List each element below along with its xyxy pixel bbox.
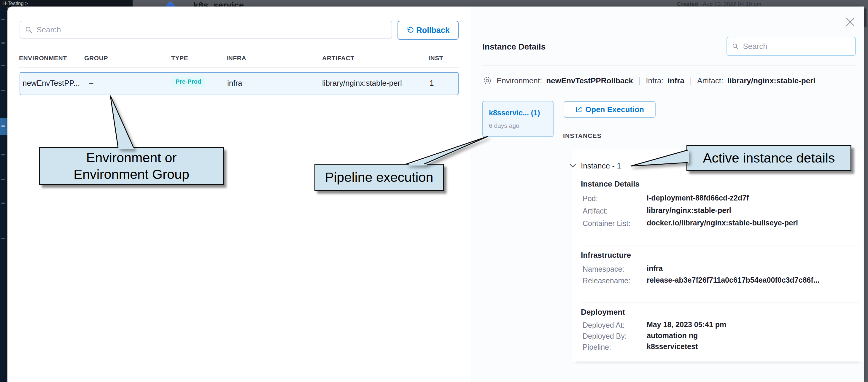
col-artifact: ARTIFACT xyxy=(322,55,354,62)
section-title-infrastructure: Infrastructure xyxy=(581,251,631,260)
infra-value: infra xyxy=(668,76,684,86)
field-value: infra xyxy=(647,264,663,273)
col-group: GROUP xyxy=(84,55,108,62)
field-label: Releasename: xyxy=(583,277,630,285)
page-title: k8s_service xyxy=(193,0,244,7)
environments-search[interactable] xyxy=(20,21,392,38)
callout-active-instance: Active instance details xyxy=(686,145,851,171)
callout-text: Pipeline execution xyxy=(325,169,433,186)
environment-label: Environment: xyxy=(497,76,542,86)
instances-heading: INSTANCES xyxy=(563,132,601,139)
sidebar-active-item[interactable] xyxy=(0,118,7,135)
sidebar-item-fragment xyxy=(1,238,5,240)
callout-text: Active instance details xyxy=(703,150,835,166)
search-icon xyxy=(732,42,739,50)
screenshot-root: H-Testing > k8s_service CreatedAug 10, 2… xyxy=(0,0,868,382)
artifact-label: Artifact: xyxy=(697,76,723,86)
row-artifact: library/nginx:stable-perl xyxy=(322,78,402,88)
summary-separator: | xyxy=(688,76,693,86)
section-title-instance-details: Instance Details xyxy=(581,180,640,189)
deployment-summary: Environment: newEnvTestPPRollback | Infr… xyxy=(483,74,815,87)
page-edge xyxy=(864,7,868,382)
search-input[interactable] xyxy=(742,41,850,51)
environment-value: newEnvTestPPRollback xyxy=(546,76,633,86)
row-environment: newEnvTestPP... xyxy=(23,78,80,88)
section-divider xyxy=(581,303,860,303)
sidebar-sliver xyxy=(0,7,7,382)
infra-label: Infra: xyxy=(646,76,663,86)
col-type: TYPE xyxy=(171,55,188,62)
field-label: Pod: xyxy=(583,194,598,203)
callout-environment: Environment or Environment Group xyxy=(39,147,224,185)
col-inst: INST xyxy=(428,55,443,62)
instances-search[interactable] xyxy=(726,37,856,56)
callout-pipeline-execution: Pipeline execution xyxy=(314,164,444,191)
close-icon[interactable] xyxy=(844,16,856,28)
field-value: k8sservicetest xyxy=(647,342,698,351)
rollback-button[interactable]: Rollback xyxy=(398,21,459,40)
summary-separator: | xyxy=(637,76,642,86)
section-divider xyxy=(581,246,860,246)
artifact-value: library/nginx:stable-perl xyxy=(727,76,815,86)
open-execution-button[interactable]: Open Execution xyxy=(564,101,656,118)
search-input[interactable] xyxy=(36,25,387,35)
pre-prod-badge: Pre-Prod xyxy=(172,76,206,87)
row-group: – xyxy=(89,78,93,88)
instance-expander[interactable]: Instance - 1 xyxy=(569,160,694,171)
chevron-down-icon xyxy=(569,164,576,168)
created-value: Aug 10, 2022 04:10 pm xyxy=(703,1,762,7)
field-label: Deployed By: xyxy=(583,332,627,341)
panel-title: Instance Details xyxy=(483,42,546,52)
execution-time: 6 days ago xyxy=(489,122,520,129)
field-label: Container List: xyxy=(583,219,630,228)
rollback-label: Rollback xyxy=(416,26,450,35)
row-inst: 1 xyxy=(430,78,434,88)
field-value: i-deployment-88fd66cd-z2d7f xyxy=(647,194,749,202)
row-infra: infra xyxy=(227,78,242,88)
sidebar-item-fragment xyxy=(1,19,5,20)
sidebar-item-fragment xyxy=(1,125,5,127)
sidebar-item-fragment xyxy=(1,202,5,204)
top-bar: H-Testing > k8s_service CreatedAug 10, 2… xyxy=(0,0,868,7)
col-environment: ENVIRONMENT xyxy=(19,55,67,62)
sidebar-item-fragment xyxy=(1,42,5,43)
instances-divider xyxy=(564,127,857,127)
instance-title: Instance - 1 xyxy=(581,161,621,170)
search-icon xyxy=(25,26,32,33)
field-label: Artifact: xyxy=(583,207,608,215)
pipeline-execution-card[interactable]: k8sservic... (1) 6 days ago xyxy=(483,101,554,137)
created-label: Created xyxy=(677,1,698,7)
field-label: Deployed At: xyxy=(583,321,625,329)
field-value: May 18, 2023 05:41 pm xyxy=(647,320,726,329)
sidebar-item-fragment xyxy=(1,65,5,66)
panel-divider xyxy=(483,65,857,66)
environment-icon xyxy=(483,76,492,86)
field-value: library/nginx:stable-perl xyxy=(647,206,731,215)
breadcrumb: H-Testing > xyxy=(0,0,133,7)
execution-name: k8sservic... (1) xyxy=(489,108,540,117)
section-title-deployment: Deployment xyxy=(581,308,625,317)
card-bottom-divider xyxy=(576,361,860,363)
scrollbar-thumb[interactable] xyxy=(864,8,867,27)
callout-text: Environment or xyxy=(86,150,177,166)
col-infra: INFRA xyxy=(226,55,246,62)
sidebar-item-fragment xyxy=(1,179,5,180)
service-cube-icon xyxy=(165,1,175,7)
field-value: release-ab3e7f26f711a0c617b54ea00f0c3d7c… xyxy=(647,276,819,284)
field-label: Pipeline: xyxy=(583,343,611,351)
callout-text: Environment Group xyxy=(73,166,189,183)
external-link-icon xyxy=(575,106,582,113)
open-execution-label: Open Execution xyxy=(585,105,644,114)
field-value: automation ng xyxy=(647,331,698,340)
field-value: docker.io/library/nginx:stable-bullseye-… xyxy=(647,219,798,227)
created-timestamp: CreatedAug 10, 2022 04:10 pm xyxy=(677,1,761,7)
table-header-divider xyxy=(19,67,459,68)
sidebar-item-fragment xyxy=(1,154,5,155)
rollback-icon xyxy=(406,27,413,34)
sidebar-item-fragment xyxy=(1,90,5,91)
field-label: Namespace: xyxy=(583,265,624,274)
